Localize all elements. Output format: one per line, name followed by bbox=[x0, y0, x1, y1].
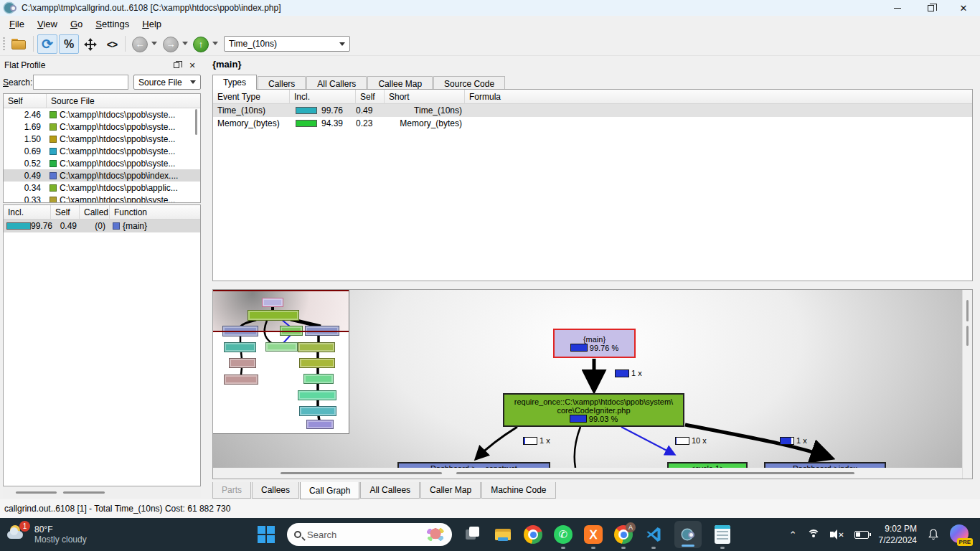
forward-button[interactable]: → bbox=[161, 34, 181, 54]
battery-icon[interactable] bbox=[854, 531, 869, 539]
graph-node-cycle[interactable]: <cycle 1> bbox=[667, 462, 748, 468]
column-header-event-type[interactable]: Event Type bbox=[213, 90, 290, 104]
volume-muted-icon[interactable]: ✕ bbox=[830, 529, 844, 540]
toolbar-grip[interactable] bbox=[3, 37, 5, 52]
chrome-profile-icon[interactable]: A bbox=[614, 525, 633, 544]
column-header-incl[interactable]: Incl. bbox=[290, 90, 356, 104]
search-label: Search: bbox=[3, 77, 32, 88]
graph-vscrollbar-track[interactable] bbox=[962, 290, 972, 479]
whatsapp-icon[interactable]: ✆ bbox=[554, 525, 573, 544]
event-type-selector[interactable]: Time_(10ns) bbox=[224, 36, 350, 52]
tab-call-graph[interactable]: Call Graph bbox=[300, 482, 359, 499]
tab-types[interactable]: Types bbox=[212, 75, 257, 90]
column-header-called[interactable]: Called bbox=[80, 205, 110, 220]
graph-node-index[interactable]: Dashboard->index bbox=[764, 462, 886, 468]
menu-help[interactable]: Help bbox=[136, 17, 168, 32]
close-button[interactable]: ✕ bbox=[947, 0, 980, 16]
table-row[interactable]: 0.34C:\xampp\htdocs\ppob\applic... bbox=[4, 182, 200, 194]
column-header-self[interactable]: Self bbox=[4, 94, 47, 108]
table-row[interactable]: 0.69C:\xampp\htdocs\ppob\syste... bbox=[4, 145, 200, 157]
tab-source-code[interactable]: Source Code bbox=[433, 76, 505, 90]
table-row[interactable]: 0.33C:\xampp\htdocs\ppob\syste... bbox=[4, 194, 200, 203]
column-header-source-file[interactable]: Source File bbox=[47, 94, 200, 108]
flat-profile-table: Self Source File 2.46C:\xampp\htdocs\ppo… bbox=[3, 93, 201, 203]
column-header-self[interactable]: Self bbox=[356, 90, 385, 104]
call-graph-panel[interactable]: {main} 99.76 % 1 x require_once::C:\xamp… bbox=[212, 289, 973, 479]
notifications-bell-icon[interactable] bbox=[927, 528, 940, 541]
call-graph-canvas[interactable]: {main} 99.76 % 1 x require_once::C:\xamp… bbox=[213, 290, 962, 468]
minimize-button[interactable] bbox=[881, 0, 914, 16]
vscode-icon[interactable] bbox=[644, 525, 663, 544]
tab-machine-code[interactable]: Machine Code bbox=[481, 482, 555, 499]
qcachegrind-taskbar-icon[interactable] bbox=[674, 521, 702, 548]
restore-button[interactable] bbox=[914, 0, 947, 16]
back-dropdown-caret[interactable] bbox=[151, 42, 157, 45]
copilot-icon[interactable]: PRE bbox=[950, 524, 970, 545]
tray-clock[interactable]: 9:02 PM 7/22/2024 bbox=[879, 523, 917, 546]
file-explorer-icon[interactable] bbox=[494, 525, 512, 544]
graph-node-main[interactable]: {main} 99.76 % bbox=[553, 329, 636, 358]
up-button[interactable]: ↑ bbox=[191, 34, 211, 54]
xampp-icon[interactable]: ꓫ bbox=[584, 525, 603, 544]
search-input[interactable] bbox=[33, 75, 128, 90]
relative-percent-button[interactable]: % bbox=[59, 34, 79, 54]
open-file-button[interactable] bbox=[9, 34, 29, 54]
tray-chevron-up-icon[interactable]: ⌃ bbox=[789, 529, 797, 540]
tab-callees[interactable]: Callees bbox=[252, 482, 299, 499]
reload-button[interactable]: ⟳ bbox=[37, 34, 57, 54]
column-header-function[interactable]: Function bbox=[110, 205, 200, 220]
table-row[interactable]: 0.52C:\xampp\htdocs\ppob\syste... bbox=[4, 157, 200, 169]
graph-node-codeigniter[interactable]: require_once::C:\xampp\htdocs\ppob\syste… bbox=[503, 393, 684, 427]
forward-dropdown-caret[interactable] bbox=[182, 42, 188, 45]
tab-callers[interactable]: Callers bbox=[258, 76, 306, 90]
event-row-selected[interactable]: Time_(10ns) 99.76 0.49 Time_(10ns) bbox=[213, 104, 972, 117]
start-button[interactable] bbox=[257, 525, 275, 544]
scrollbar-thumb[interactable] bbox=[966, 300, 969, 321]
menu-go[interactable]: Go bbox=[64, 17, 89, 32]
refresh-icon: ⟳ bbox=[42, 37, 53, 51]
graph-hscrollbar-track[interactable] bbox=[213, 468, 962, 479]
back-button[interactable]: ← bbox=[130, 34, 150, 54]
table-row[interactable]: 1.50C:\xampp\htdocs\ppob\syste... bbox=[4, 133, 200, 145]
dock-close-button[interactable]: ✕ bbox=[187, 60, 198, 71]
group-by-selector[interactable]: Source File bbox=[133, 75, 201, 90]
column-header-formula[interactable]: Formula bbox=[465, 90, 972, 104]
scrollbar-thumb[interactable] bbox=[281, 472, 442, 474]
table-row[interactable]: 1.69C:\xampp\htdocs\ppob\syste... bbox=[4, 121, 200, 133]
flat-profile-scrollbar[interactable] bbox=[195, 109, 197, 135]
menu-file[interactable]: File bbox=[3, 17, 31, 32]
flat-profile-dock-header[interactable]: Flat Profile ✕ bbox=[0, 57, 202, 73]
menu-view[interactable]: View bbox=[31, 17, 64, 32]
close-icon: ✕ bbox=[960, 4, 968, 13]
scrollbar-thumb[interactable] bbox=[456, 472, 854, 474]
notepad-icon[interactable] bbox=[713, 525, 732, 544]
scrollbar-thumb[interactable] bbox=[16, 491, 57, 494]
event-row[interactable]: Memory_(bytes) 94.39 0.23 Memory_(bytes) bbox=[213, 117, 972, 130]
shorten-templates-button[interactable]: <> bbox=[102, 34, 122, 54]
tab-caller-map[interactable]: Caller Map bbox=[420, 482, 481, 499]
weather-widget[interactable]: 1 80°F Mostly cloudy bbox=[0, 524, 151, 545]
tab-all-callers[interactable]: All Callers bbox=[306, 76, 367, 90]
task-view-button[interactable] bbox=[463, 525, 482, 544]
up-dropdown-caret[interactable] bbox=[212, 42, 218, 45]
tab-callee-map[interactable]: Callee Map bbox=[367, 76, 433, 90]
column-header-short[interactable]: Short bbox=[385, 90, 465, 104]
chrome-icon[interactable] bbox=[524, 525, 542, 544]
table-row-selected[interactable]: 0.49C:\xampp\htdocs\ppob\index.... bbox=[4, 169, 200, 182]
tab-all-callees[interactable]: All Callees bbox=[360, 482, 420, 499]
cycle-detection-button[interactable] bbox=[80, 34, 100, 54]
menu-settings[interactable]: Settings bbox=[89, 17, 136, 32]
function-row-selected[interactable]: 99.76 0.49 (0) {main} bbox=[4, 220, 200, 232]
dock-float-button[interactable] bbox=[171, 60, 182, 71]
dock-hscrollbar-track[interactable] bbox=[3, 486, 201, 498]
scrollbar-thumb[interactable] bbox=[966, 326, 969, 346]
graph-overview-minimap[interactable] bbox=[213, 290, 349, 434]
restore-icon bbox=[928, 5, 934, 11]
column-header-incl[interactable]: Incl. bbox=[4, 205, 51, 220]
graph-node-construct[interactable]: Dashboard->__construct bbox=[397, 462, 550, 468]
taskbar-search[interactable]: Search bbox=[287, 523, 452, 546]
column-header-self[interactable]: Self bbox=[51, 205, 80, 220]
scrollbar-thumb[interactable] bbox=[63, 491, 105, 494]
table-row[interactable]: 2.46C:\xampp\htdocs\ppob\syste... bbox=[4, 108, 200, 121]
wifi-icon[interactable] bbox=[807, 529, 820, 540]
